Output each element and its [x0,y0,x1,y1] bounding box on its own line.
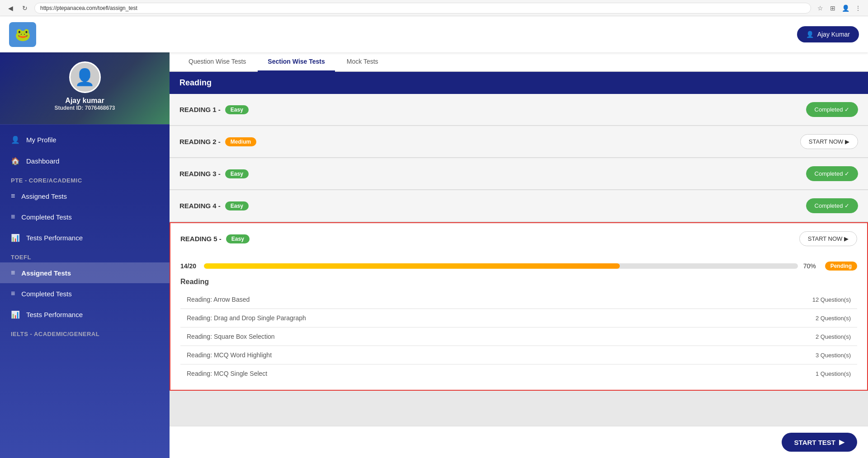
test-row-header[interactable]: READING 3 - Easy Completed ✓ [170,158,868,189]
test-title: READING 1 - Easy [179,105,249,114]
status-button[interactable]: Completed ✓ [806,198,858,213]
url-text: https://ptepanacea.com/toefl/assign_test [40,5,137,11]
question-type-label: Reading: Square Box Selection [187,333,275,340]
footer-bar: START TEST ▶ [170,426,868,458]
question-list: Reading: Arrow Based 12 Question(s) Read… [180,290,857,383]
url-bar[interactable]: https://ptepanacea.com/toefl/assign_test [34,3,811,14]
question-count: 2 Question(s) [816,333,851,340]
home-icon: 🏠 [11,157,20,165]
test-row-header[interactable]: READING 2 - Medium START NOW ▶ [170,126,868,157]
reading-section-title: Reading [179,78,212,87]
start-now-button[interactable]: START NOW ▶ [800,134,858,149]
test-title: READING 3 - Easy [179,169,249,178]
user-icon: 👤 [11,136,20,144]
test-label: READING 4 - [179,202,221,210]
question-count: 2 Question(s) [816,315,851,322]
test-label: READING 5 - [180,235,222,243]
question-type-label: Reading: Arrow Based [187,296,250,303]
progress-score: 14/20 [180,262,198,270]
test-title: READING 5 - Easy [180,234,250,243]
test-label: READING 1 - [179,106,221,113]
sidebar-section-toefl: TOEFL [0,248,170,262]
status-button[interactable]: Completed ✓ [806,166,858,181]
chart-icon: 📊 [11,234,20,242]
test-row-expanded: READING 5 - Easy START NOW ▶ 14/20 70% P… [170,222,868,391]
user-menu-button[interactable]: 👤 Ajay Kumar [797,26,859,42]
sidebar-item-label: Completed Tests [21,290,71,298]
question-count: 3 Question(s) [816,352,851,359]
progress-percent: 70% [803,262,820,270]
question-row: Reading: Square Box Selection 2 Question… [180,327,857,346]
test-label: READING 3 - [179,170,221,178]
question-type-label: Reading: MCQ Single Select [187,370,267,377]
browser-toolbar: ☆ ⊞ 👤 ⋮ [816,4,863,13]
avatar-icon: 👤 [75,68,95,87]
sidebar-navigation: 👤 My Profile 🏠 Dashboard PTE - Core/Acad… [0,125,170,344]
sidebar-profile: 👤 Ajay kumar Student ID: 7076468673 [0,52,170,125]
refresh-button[interactable]: ↻ [20,3,30,13]
test-row-header[interactable]: READING 1 - Easy Completed ✓ [170,94,868,125]
question-row: Reading: MCQ Word Highlight 3 Question(s… [180,346,857,365]
logo: 🐸 [9,21,41,48]
list-icon: ≡ [11,213,15,221]
start-test-label: START TEST [794,439,835,446]
sidebar-item-pte-performance[interactable]: 📊 Tests Performance [0,227,170,248]
sidebar-item-label: My Profile [26,136,57,144]
test-row-header[interactable]: READING 4 - Easy Completed ✓ [170,190,868,221]
sidebar-item-label: Assigned Tests [21,192,67,200]
extension-icon[interactable]: ⊞ [828,4,837,13]
tab-mock-tests[interactable]: Mock Tests [337,52,388,72]
test-title: READING 2 - Medium [179,137,256,146]
question-row: Reading: Drag and Drop Single Paragraph … [180,309,857,327]
test-row-header[interactable]: READING 5 - Easy START NOW ▶ [170,223,867,254]
progress-section: 14/20 70% Pending [180,262,857,271]
difficulty-badge: Easy [225,201,249,210]
sidebar-item-my-profile[interactable]: 👤 My Profile [0,129,170,150]
question-type-label: Reading: Drag and Drop Single Paragraph [187,314,306,322]
bookmark-icon[interactable]: ☆ [816,4,825,13]
list-icon: ≡ [11,192,15,200]
sidebar-item-toefl-performance[interactable]: 📊 Tests Performance [0,304,170,325]
test-row: READING 2 - Medium START NOW ▶ [170,126,868,158]
reading-subsection-title: Reading [180,278,857,286]
test-row: READING 1 - Easy Completed ✓ [170,94,868,126]
test-row: READING 3 - Easy Completed ✓ [170,158,868,190]
sidebar-item-pte-completed[interactable]: ≡ Completed Tests [0,206,170,227]
sidebar-item-pte-assigned[interactable]: ≡ Assigned Tests [0,186,170,206]
sidebar-item-dashboard[interactable]: 🏠 Dashboard [0,150,170,172]
sidebar-item-label: Tests Performance [26,234,83,242]
pending-badge: Pending [825,262,857,271]
question-row: Reading: MCQ Single Select 1 Question(s) [180,365,857,383]
progress-bar-wrap [204,263,798,269]
tab-section-wise[interactable]: Section Wise Tests [258,52,335,72]
difficulty-badge: Easy [225,169,249,178]
sidebar-item-toefl-assigned[interactable]: ≡ Assigned Tests [0,262,170,283]
sidebar-item-label: Dashboard [26,157,59,165]
sidebar-item-label: Tests Performance [26,311,83,318]
menu-icon[interactable]: ⋮ [854,4,863,13]
profile-name: Ajay kumar [65,97,104,105]
list-icon: ≡ [11,290,15,298]
sidebar-item-label: Completed Tests [21,213,71,221]
sidebar-section-pte: PTE - Core/Academic [0,172,170,186]
browser-chrome: ◀ ↻ https://ptepanacea.com/toefl/assign_… [0,0,868,16]
user-icon: 👤 [806,31,814,38]
test-label: READING 2 - [179,138,221,145]
profile-icon[interactable]: 👤 [841,4,850,13]
difficulty-badge: Medium [225,137,256,146]
sidebar-section-ielts: IELTS - Academic/General [0,325,170,339]
content-area: Question Wise Tests Section Wise Tests M… [170,52,868,458]
tabs-bar: Question Wise Tests Section Wise Tests M… [170,52,868,72]
sidebar: 👤 Ajay kumar Student ID: 7076468673 👤 My… [0,52,170,458]
status-button[interactable]: Completed ✓ [806,102,858,117]
user-name: Ajay Kumar [817,31,850,38]
avatar: 👤 [69,61,101,93]
start-now-button[interactable]: START NOW ▶ [799,231,857,246]
tab-question-wise[interactable]: Question Wise Tests [179,52,256,72]
start-test-button[interactable]: START TEST ▶ [782,433,857,452]
sidebar-item-toefl-completed[interactable]: ≡ Completed Tests [0,283,170,304]
question-count: 12 Question(s) [812,296,851,303]
back-button[interactable]: ◀ [5,3,15,13]
sidebar-item-label: Assigned Tests [21,269,71,277]
main-layout: 👤 Ajay kumar Student ID: 7076468673 👤 My… [0,52,868,458]
